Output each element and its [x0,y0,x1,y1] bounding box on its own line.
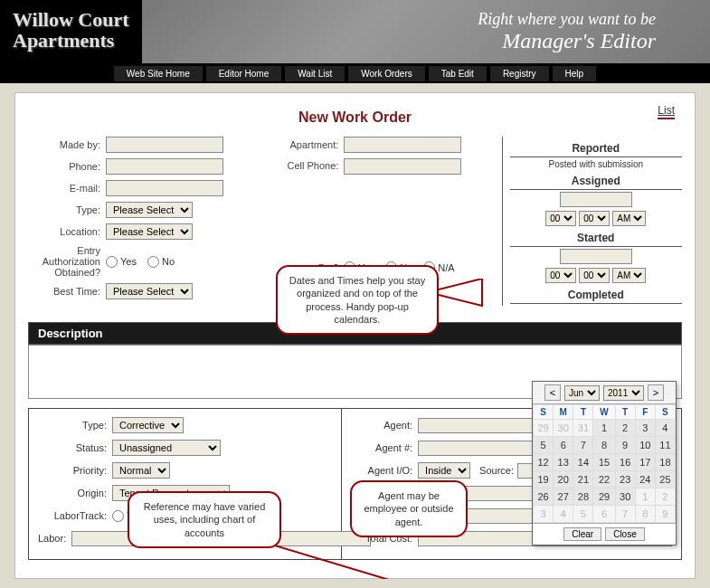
source-label: Source: [479,465,514,476]
calendar-day[interactable]: 18 [655,454,675,471]
calendar-day[interactable]: 11 [655,437,675,454]
calendar-day[interactable]: 14 [573,454,593,471]
calendar-dow: M [554,405,573,420]
calendar-day[interactable]: 23 [615,471,635,488]
best-time-select[interactable]: Please Select [106,283,193,299]
calendar-day[interactable]: 17 [635,454,655,471]
brand-logo: Willow Court Apartments [0,0,142,63]
calendar-day[interactable]: 12 [534,454,554,471]
apartment-input[interactable] [344,137,461,153]
type-select[interactable]: Please Select [106,202,193,218]
started-ampm-select[interactable]: AM [612,268,646,283]
email-label: E-mail: [28,183,106,194]
calendar-month-select[interactable]: Jun [564,385,600,401]
calendar-day[interactable]: 9 [655,506,675,523]
calendar-day[interactable]: 7 [615,506,635,523]
email-input[interactable] [106,180,223,196]
calendar-day[interactable]: 5 [573,506,593,523]
calendar-day[interactable]: 8 [635,506,655,523]
assigned-hour-select[interactable]: 00 [545,211,576,226]
priority-label: Priority: [38,465,112,476]
calendar-day[interactable]: 16 [615,454,635,471]
calendar-close-button[interactable]: Close [605,527,645,541]
entry-auth-radio-group: Yes No [106,256,175,268]
calendar-day[interactable]: 3 [635,420,655,437]
calendar-day[interactable]: 13 [554,454,573,471]
made-by-label: Made by: [28,139,106,150]
status-label: Status: [38,442,112,453]
labortrack-yes-radio[interactable] [112,510,124,522]
calendar-day[interactable]: 30 [615,488,635,506]
calendar-day[interactable]: 4 [655,420,675,437]
calendar-day[interactable]: 7 [573,437,593,454]
calendar-day[interactable]: 26 [534,488,554,506]
list-link[interactable]: List [658,104,675,119]
calendar-day[interactable]: 31 [573,420,593,437]
calendar-day[interactable]: 9 [615,437,635,454]
cell-phone-input[interactable] [344,158,461,175]
nav-web-site-home[interactable]: Web Site Home [114,66,203,81]
entry-auth-yes-radio[interactable] [106,256,118,268]
callout-dates: Dates and Times help you stay organized … [276,265,439,335]
agent-io-select[interactable]: Inside [418,462,470,479]
calendar-dow: T [573,405,593,420]
main-nav: Web Site Home Editor Home Wait List Work… [0,63,710,83]
tagline-line2: Manager's Editor [502,29,656,53]
phone-input[interactable] [106,158,223,175]
nav-tab-edit[interactable]: Tab Edit [429,66,487,81]
calendar-popup: < Jun 2011 > SMTWTFS 2930311234567891011… [532,381,677,545]
best-time-label: Best Time: [28,286,106,297]
calendar-year-select[interactable]: 2011 [603,385,644,401]
nav-help[interactable]: Help [553,66,597,81]
nav-editor-home[interactable]: Editor Home [206,66,282,81]
calendar-day[interactable]: 10 [635,437,655,454]
nav-wait-list[interactable]: Wait List [285,66,345,81]
calendar-day[interactable]: 1 [593,420,615,437]
started-min-select[interactable]: 00 [579,268,610,283]
nav-registry[interactable]: Registry [490,66,549,81]
location-select[interactable]: Please Select [106,223,193,240]
priority-select[interactable]: Normal [112,462,170,479]
dates-pane: Reported Posted with submission Assigned… [502,137,682,306]
calendar-day[interactable]: 29 [593,488,615,506]
calendar-day[interactable]: 2 [655,488,675,506]
entry-auth-yes[interactable]: Yes [106,256,137,268]
calendar-day[interactable]: 3 [534,506,554,523]
calendar-day[interactable]: 21 [573,471,593,488]
calendar-day[interactable]: 1 [635,488,655,506]
labortrack-label: LaborTrack: [38,510,112,521]
calendar-day[interactable]: 28 [573,488,593,506]
calendar-day[interactable]: 27 [554,488,573,506]
calendar-day[interactable]: 25 [655,471,675,488]
calendar-day[interactable]: 30 [554,420,573,437]
calendar-day[interactable]: 15 [593,454,615,471]
calendar-day[interactable]: 8 [593,437,615,454]
calendar-day[interactable]: 29 [534,420,554,437]
calendar-prev-button[interactable]: < [544,384,561,401]
calendar-next-button[interactable]: > [648,384,664,401]
assigned-date-input[interactable] [560,192,632,207]
calendar-day[interactable]: 2 [615,420,635,437]
made-by-input[interactable] [106,137,223,153]
calendar-day[interactable]: 24 [635,471,655,488]
banner-tagline: Right where you want to be Manager's Edi… [142,0,710,63]
calendar-clear-button[interactable]: Clear [563,527,601,541]
entry-auth-no-radio[interactable] [147,256,159,268]
calendar-day[interactable]: 20 [554,471,573,488]
completed-heading: Completed [510,289,682,304]
calendar-day[interactable]: 6 [554,437,573,454]
calendar-day[interactable]: 6 [593,506,615,523]
started-date-input[interactable] [560,249,632,264]
detail-type-select[interactable]: Corrective [112,417,184,433]
calendar-day[interactable]: 5 [534,437,554,454]
status-select[interactable]: Unassigned [112,440,221,456]
assigned-ampm-select[interactable]: AM [612,211,646,226]
assigned-min-select[interactable]: 00 [579,211,610,226]
nav-work-orders[interactable]: Work Orders [348,66,425,81]
started-hour-select[interactable]: 00 [545,268,576,283]
calendar-day[interactable]: 22 [593,471,615,488]
calendar-day[interactable]: 19 [534,471,554,488]
calendar-day[interactable]: 4 [554,506,573,523]
assigned-heading: Assigned [510,175,682,190]
entry-auth-no[interactable]: No [147,256,175,268]
